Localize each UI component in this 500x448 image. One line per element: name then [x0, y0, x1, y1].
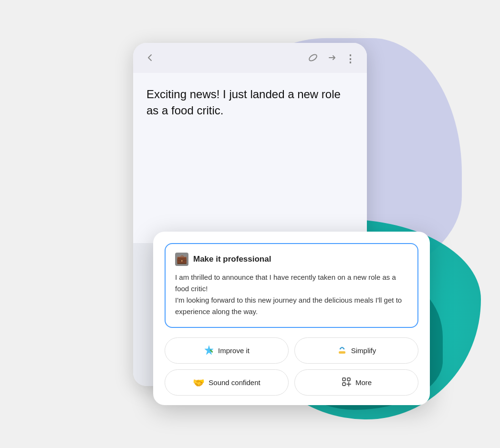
grid-plus-icon [341, 377, 352, 388]
attach-icon[interactable] [307, 51, 319, 66]
send-icon[interactable] [327, 52, 337, 65]
svg-rect-3 [339, 351, 345, 354]
more-button[interactable]: More [294, 369, 418, 396]
email-text: Exciting news! I just landed a new role … [146, 86, 354, 118]
ai-suggestion-card: Make it professional I am thrilled to an… [153, 232, 430, 405]
svg-rect-6 [343, 383, 345, 386]
svg-point-0 [308, 53, 318, 62]
improve-it-button[interactable]: Improve it [165, 337, 289, 364]
svg-rect-5 [347, 378, 350, 381]
simplify-label: Simplify [351, 346, 376, 355]
email-body: Exciting news! I just landed a new role … [133, 73, 367, 128]
simplify-icon [337, 345, 347, 356]
improve-it-label: Improve it [218, 346, 250, 355]
main-container: ⋮ Exciting news! I just landed a new rol… [71, 29, 429, 419]
improve-icon [204, 345, 214, 356]
rewrite-title: Make it professional [193, 255, 271, 264]
toolbar-right: ⋮ [307, 51, 355, 66]
rewrite-box: Make it professional I am thrilled to an… [165, 243, 418, 328]
rewrite-content: I am thrilled to announce that I have re… [175, 272, 408, 317]
toolbar-left [145, 52, 155, 65]
back-icon[interactable] [145, 52, 155, 65]
svg-rect-4 [343, 378, 345, 381]
simplify-button[interactable]: Simplify [294, 337, 418, 364]
button-row-2: 🤝 Sound confident More [165, 369, 418, 396]
more-options-icon[interactable]: ⋮ [345, 53, 355, 65]
rewrite-header: Make it professional [175, 253, 408, 266]
action-buttons: Improve it Simplify 🤝 Sound confi [165, 337, 418, 396]
button-row-1: Improve it Simplify [165, 337, 418, 364]
email-toolbar: ⋮ [133, 43, 367, 73]
more-label: More [355, 378, 372, 387]
briefcase-icon [175, 253, 188, 266]
sound-confident-label: Sound confident [208, 378, 260, 387]
svg-marker-1 [205, 346, 213, 355]
sound-confident-button[interactable]: 🤝 Sound confident [165, 369, 289, 396]
handshake-icon: 🤝 [193, 378, 205, 387]
